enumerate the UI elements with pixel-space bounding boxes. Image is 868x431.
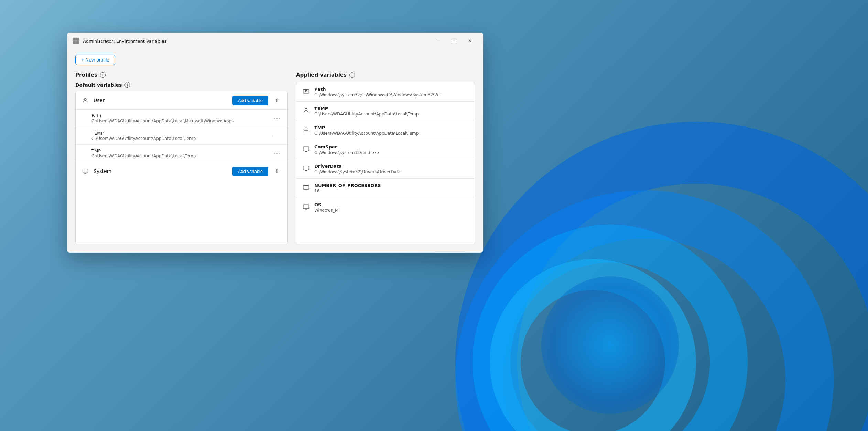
svg-rect-5 <box>83 169 88 173</box>
default-variables-title: Default variables <box>75 82 122 88</box>
svg-rect-11 <box>303 185 309 189</box>
applied-var-info: OS Windows_NT <box>314 202 469 213</box>
user-group-header: User Add variable ⇧ <box>76 91 287 110</box>
user-collapse-button[interactable]: ⇧ <box>272 96 282 105</box>
path-icon <box>302 87 310 96</box>
list-item: ComSpec C:\Windows\system32\cmd.exe <box>296 140 475 159</box>
minimize-button[interactable]: — <box>430 35 446 46</box>
variable-name: TMP <box>91 148 270 153</box>
svg-rect-6 <box>303 89 309 93</box>
maximize-button[interactable]: □ <box>446 35 462 46</box>
variable-value: C:\Users\WDAGUtilityAccount\AppData\Loca… <box>91 136 236 141</box>
list-item: OS Windows_NT <box>296 198 475 217</box>
window-icon <box>73 37 79 44</box>
applied-var-info: Path C:\Windows\system32;C:\Windows;C:\W… <box>314 87 469 97</box>
list-item: TEMP C:\Users\WDAGUtilityAccount\AppData… <box>296 102 475 121</box>
list-item: Path C:\Windows\system32;C:\Windows;C:\W… <box>296 82 475 102</box>
os-system-icon <box>302 203 310 211</box>
applied-var-name: NUMBER_OF_PROCESSORS <box>314 183 469 188</box>
user-group-label: User <box>94 98 228 103</box>
svg-rect-0 <box>73 38 76 41</box>
new-profile-area: + New profile <box>75 49 475 72</box>
new-profile-button[interactable]: + New profile <box>75 55 115 65</box>
system-group-label: System <box>94 168 228 174</box>
system-group-header: System Add variable ⇩ <box>76 162 287 180</box>
list-item: NUMBER_OF_PROCESSORS 16 <box>296 179 475 198</box>
variable-value: C:\Users\WDAGUtilityAccount\AppData\Loca… <box>91 154 236 158</box>
left-panel: Profiles i Default variables i <box>75 72 288 244</box>
variable-info: Path C:\Users\WDAGUtilityAccount\AppData… <box>91 113 270 123</box>
title-bar: Administrator: Environment Variables — □… <box>67 33 483 49</box>
applied-var-name: ComSpec <box>314 144 469 150</box>
swoosh-inner <box>541 276 679 414</box>
close-button[interactable]: ✕ <box>462 35 478 46</box>
list-item: DriverData C:\Windows\System32\Drivers\D… <box>296 159 475 179</box>
svg-rect-3 <box>76 41 79 44</box>
right-panel: Applied variables i Pa <box>296 72 475 244</box>
system-icon <box>81 167 89 175</box>
variable-more-button[interactable]: ··· <box>272 148 282 158</box>
applied-var-value: C:\Windows\system32\cmd.exe <box>314 150 445 155</box>
applied-var-name: DriverData <box>314 164 469 169</box>
profiles-title: Profiles <box>75 72 97 78</box>
applied-var-name: OS <box>314 202 469 207</box>
applied-var-info: DriverData C:\Windows\System32\Drivers\D… <box>314 164 469 174</box>
applied-var-name: TMP <box>314 125 469 130</box>
applied-var-value: C:\Users\WDAGUtilityAccount\AppData\Loca… <box>314 112 445 117</box>
applied-var-value: C:\Windows\system32;C:\Windows;C:\Window… <box>314 92 445 97</box>
svg-rect-10 <box>303 166 309 170</box>
svg-rect-12 <box>303 205 309 209</box>
table-row: Path C:\Users\WDAGUtilityAccount\AppData… <box>76 110 287 127</box>
applied-var-info: TMP C:\Users\WDAGUtilityAccount\AppData\… <box>314 125 469 136</box>
list-item: TMP C:\Users\WDAGUtilityAccount\AppData\… <box>296 121 475 140</box>
system-add-variable-button[interactable]: Add variable <box>232 167 268 176</box>
user-icon <box>81 96 89 104</box>
svg-rect-9 <box>303 147 309 151</box>
tmp-user-icon <box>302 126 310 134</box>
window-content: + New profile Profiles i Default variabl… <box>67 49 483 253</box>
variable-name: TEMP <box>91 131 270 136</box>
applied-var-name: Path <box>314 87 469 92</box>
applied-variables-header: Applied variables i <box>296 72 475 78</box>
comspec-system-icon <box>302 145 310 153</box>
variable-info: TEMP C:\Users\WDAGUtilityAccount\AppData… <box>91 131 270 141</box>
applied-var-value: C:\Windows\System32\Drivers\DriverData <box>314 169 445 174</box>
main-window: Administrator: Environment Variables — □… <box>67 33 483 253</box>
variables-container: User Add variable ⇧ Path C:\Users\WDAGUt… <box>75 91 288 244</box>
variable-more-button[interactable]: ··· <box>272 113 282 123</box>
driverdata-system-icon <box>302 164 310 173</box>
applied-var-value: 16 <box>314 189 445 194</box>
user-add-variable-button[interactable]: Add variable <box>232 96 268 105</box>
applied-variables-list: Path C:\Windows\system32;C:\Windows;C:\W… <box>296 82 475 244</box>
applied-var-value: Windows_NT <box>314 208 445 213</box>
svg-rect-2 <box>73 41 76 44</box>
svg-point-8 <box>305 128 307 130</box>
svg-point-7 <box>305 108 307 111</box>
profiles-section-header: Profiles i <box>75 72 288 78</box>
applied-var-info: ComSpec C:\Windows\system32\cmd.exe <box>314 144 469 155</box>
table-row: TEMP C:\Users\WDAGUtilityAccount\AppData… <box>76 127 287 145</box>
window-controls: — □ ✕ <box>430 35 478 46</box>
variable-name: Path <box>91 113 270 118</box>
applied-var-info: TEMP C:\Users\WDAGUtilityAccount\AppData… <box>314 106 469 117</box>
temp-user-icon <box>302 107 310 115</box>
applied-var-name: TEMP <box>314 106 469 111</box>
applied-var-info: NUMBER_OF_PROCESSORS 16 <box>314 183 469 194</box>
window-title: Administrator: Environment Variables <box>83 38 430 44</box>
default-variables-info-icon[interactable]: i <box>124 82 130 88</box>
profiles-info-icon[interactable]: i <box>100 72 106 78</box>
table-row: TMP C:\Users\WDAGUtilityAccount\AppData\… <box>76 145 287 162</box>
svg-rect-1 <box>76 38 79 41</box>
variable-info: TMP C:\Users\WDAGUtilityAccount\AppData\… <box>91 148 270 158</box>
applied-var-value: C:\Users\WDAGUtilityAccount\AppData\Loca… <box>314 131 445 136</box>
applied-variables-title: Applied variables <box>296 72 347 78</box>
system-collapse-button[interactable]: ⇩ <box>272 166 282 176</box>
nop-system-icon <box>302 184 310 192</box>
variable-value: C:\Users\WDAGUtilityAccount\AppData\Loca… <box>91 119 236 123</box>
default-variables-header: Default variables i <box>75 82 288 88</box>
variable-more-button[interactable]: ··· <box>272 131 282 141</box>
svg-point-4 <box>84 98 86 100</box>
main-panels: Profiles i Default variables i <box>75 72 475 244</box>
applied-variables-info-icon[interactable]: i <box>349 72 355 78</box>
